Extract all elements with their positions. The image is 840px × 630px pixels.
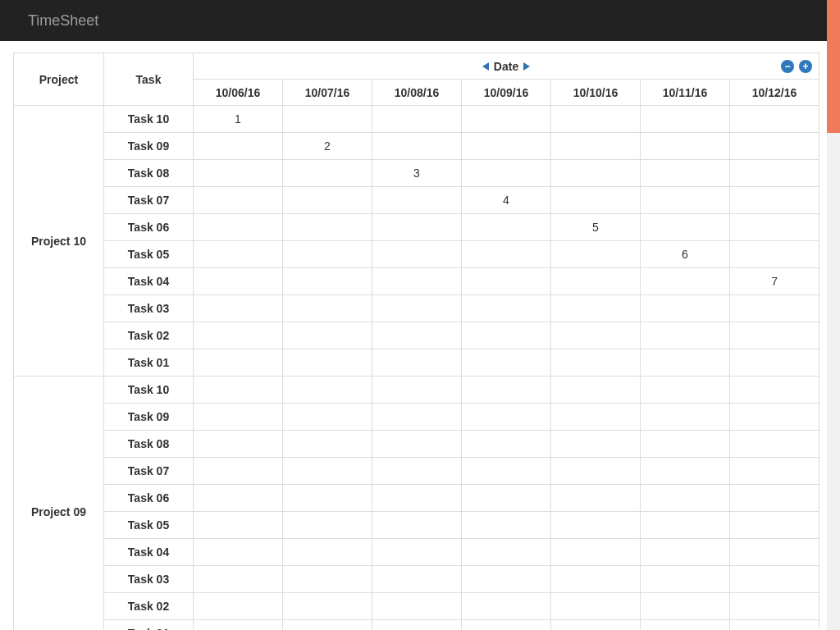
hours-cell[interactable] [641,431,730,458]
hours-cell[interactable]: 2 [283,133,372,160]
hours-cell[interactable] [372,241,462,268]
hours-cell[interactable] [283,458,372,485]
hours-cell[interactable] [462,620,551,631]
hours-cell[interactable] [283,593,372,620]
hours-cell[interactable] [730,160,819,187]
hours-cell[interactable] [283,539,372,566]
hours-cell[interactable] [641,512,730,539]
hours-cell[interactable] [641,377,730,404]
hours-cell[interactable] [730,458,819,485]
hours-cell[interactable] [283,377,372,404]
hours-cell[interactable] [194,160,283,187]
hours-cell[interactable] [194,539,283,566]
hours-cell[interactable] [372,295,462,322]
hours-cell[interactable] [551,377,641,404]
hours-cell[interactable] [551,322,641,349]
hours-cell[interactable] [551,512,641,539]
hours-cell[interactable] [283,268,372,295]
hours-cell[interactable] [641,268,730,295]
hours-cell[interactable] [372,349,462,377]
hours-cell[interactable] [730,404,819,431]
hours-cell[interactable] [551,539,641,566]
hours-cell[interactable] [462,377,551,404]
hours-cell[interactable] [730,620,819,631]
hours-cell[interactable]: 6 [641,241,730,268]
hours-cell[interactable] [462,349,551,377]
hours-cell[interactable] [194,566,283,593]
hours-cell[interactable] [551,566,641,593]
hours-cell[interactable] [462,160,551,187]
hours-cell[interactable] [194,593,283,620]
hours-cell[interactable] [551,295,641,322]
hours-cell[interactable] [462,241,551,268]
hours-cell[interactable] [283,214,372,241]
hours-cell[interactable] [372,566,462,593]
hours-cell[interactable] [283,241,372,268]
hours-cell[interactable] [641,485,730,512]
hours-cell[interactable] [641,404,730,431]
hours-cell[interactable] [641,349,730,377]
hours-cell[interactable] [283,187,372,214]
hours-cell[interactable] [730,566,819,593]
hours-cell[interactable] [730,485,819,512]
hours-cell[interactable] [194,241,283,268]
hours-cell[interactable] [641,566,730,593]
hours-cell[interactable] [641,187,730,214]
hours-cell[interactable]: 3 [372,160,462,187]
hours-cell[interactable] [194,512,283,539]
hours-cell[interactable] [551,458,641,485]
app-brand[interactable]: TimeSheet [0,0,840,41]
hours-cell[interactable] [551,593,641,620]
add-date-column-button[interactable]: + [799,60,812,73]
hours-cell[interactable] [194,322,283,349]
hours-cell[interactable] [730,349,819,377]
hours-cell[interactable] [551,349,641,377]
hours-cell[interactable] [551,620,641,631]
hours-cell[interactable] [641,133,730,160]
hours-cell[interactable] [372,431,462,458]
hours-cell[interactable] [372,485,462,512]
hours-cell[interactable] [462,485,551,512]
hours-cell[interactable] [372,377,462,404]
hours-cell[interactable] [283,106,372,133]
hours-cell[interactable] [372,106,462,133]
hours-cell[interactable] [730,377,819,404]
hours-cell[interactable] [551,485,641,512]
hours-cell[interactable] [283,512,372,539]
hours-cell[interactable] [551,241,641,268]
hours-cell[interactable] [641,106,730,133]
hours-cell[interactable] [283,431,372,458]
hours-cell[interactable] [462,593,551,620]
hours-cell[interactable] [730,593,819,620]
hours-cell[interactable] [462,268,551,295]
hours-cell[interactable] [283,404,372,431]
hours-cell[interactable] [372,133,462,160]
hours-cell[interactable] [194,295,283,322]
hours-cell[interactable]: 7 [730,268,819,295]
hours-cell[interactable] [372,512,462,539]
remove-date-column-button[interactable]: − [781,60,794,73]
hours-cell[interactable] [551,160,641,187]
hours-cell[interactable] [551,404,641,431]
hours-cell[interactable] [283,295,372,322]
hours-cell[interactable] [730,295,819,322]
hours-cell[interactable] [730,539,819,566]
hours-cell[interactable] [283,349,372,377]
hours-cell[interactable] [194,431,283,458]
hours-cell[interactable] [551,268,641,295]
hours-cell[interactable] [551,187,641,214]
hours-cell[interactable] [194,187,283,214]
hours-cell[interactable] [194,404,283,431]
hours-cell[interactable] [730,512,819,539]
hours-cell[interactable] [730,106,819,133]
hours-cell[interactable] [641,458,730,485]
hours-cell[interactable] [194,485,283,512]
hours-cell[interactable] [730,322,819,349]
hours-cell[interactable] [641,539,730,566]
hours-cell[interactable] [641,593,730,620]
hours-cell[interactable] [462,458,551,485]
hours-cell[interactable] [551,133,641,160]
hours-cell[interactable] [372,214,462,241]
hours-cell[interactable] [194,377,283,404]
hours-cell[interactable] [372,539,462,566]
